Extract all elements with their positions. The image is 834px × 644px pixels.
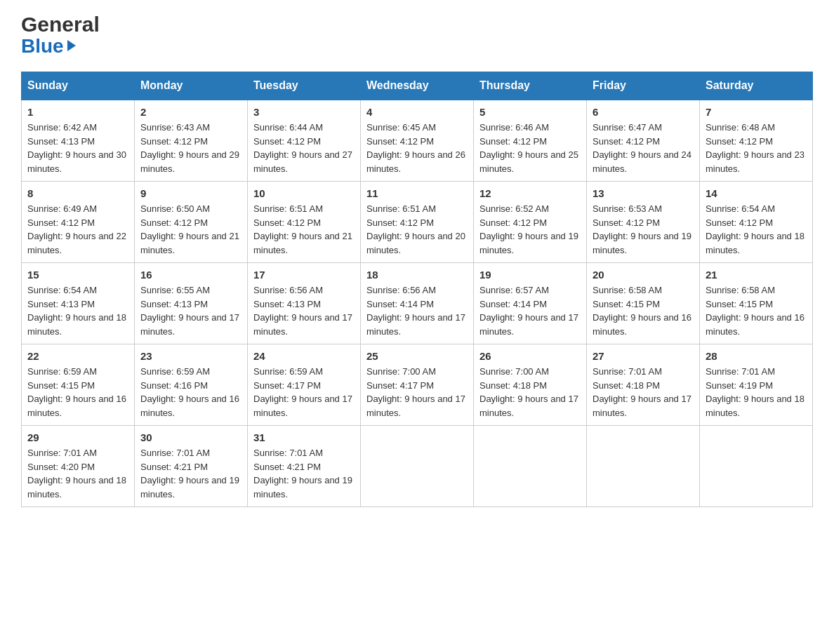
calendar-cell (587, 426, 700, 507)
calendar-body: 1 Sunrise: 6:42 AMSunset: 4:13 PMDayligh… (22, 100, 813, 507)
day-number: 17 (253, 269, 355, 281)
day-info: Sunrise: 6:56 AMSunset: 4:13 PMDaylight:… (253, 283, 355, 338)
calendar-header: SundayMondayTuesdayWednesdayThursdayFrid… (22, 72, 813, 100)
calendar-cell: 22 Sunrise: 6:59 AMSunset: 4:15 PMDaylig… (22, 344, 135, 426)
day-info: Sunrise: 6:59 AMSunset: 4:16 PMDaylight:… (140, 365, 241, 420)
page-header: General Blue (21, 14, 813, 58)
day-number: 24 (253, 350, 355, 362)
day-info: Sunrise: 6:52 AMSunset: 4:12 PMDaylight:… (479, 202, 581, 257)
calendar-cell (361, 426, 474, 507)
day-number: 7 (706, 106, 807, 118)
day-number: 21 (706, 269, 807, 281)
calendar-cell: 29 Sunrise: 7:01 AMSunset: 4:20 PMDaylig… (22, 426, 135, 507)
day-info: Sunrise: 6:54 AMSunset: 4:12 PMDaylight:… (706, 202, 807, 257)
calendar-cell: 18 Sunrise: 6:56 AMSunset: 4:14 PMDaylig… (361, 263, 474, 344)
day-info: Sunrise: 6:50 AMSunset: 4:12 PMDaylight:… (140, 202, 241, 257)
calendar-table: SundayMondayTuesdayWednesdayThursdayFrid… (21, 72, 813, 507)
calendar-cell: 15 Sunrise: 6:54 AMSunset: 4:13 PMDaylig… (22, 263, 135, 344)
day-number: 14 (706, 187, 807, 199)
day-info: Sunrise: 7:00 AMSunset: 4:17 PMDaylight:… (366, 365, 468, 420)
day-number: 18 (366, 269, 468, 281)
day-info: Sunrise: 7:01 AMSunset: 4:21 PMDaylight:… (253, 446, 355, 501)
calendar-cell: 28 Sunrise: 7:01 AMSunset: 4:19 PMDaylig… (700, 344, 813, 426)
calendar-cell: 5 Sunrise: 6:46 AMSunset: 4:12 PMDayligh… (474, 100, 587, 182)
calendar-cell: 2 Sunrise: 6:43 AMSunset: 4:12 PMDayligh… (135, 100, 248, 182)
day-number: 25 (366, 350, 468, 362)
weekday-header-saturday: Saturday (700, 72, 813, 100)
day-info: Sunrise: 6:49 AMSunset: 4:12 PMDaylight:… (27, 202, 128, 257)
day-info: Sunrise: 7:01 AMSunset: 4:20 PMDaylight:… (27, 446, 128, 501)
day-number: 26 (479, 350, 581, 362)
day-number: 28 (706, 350, 807, 362)
day-info: Sunrise: 6:56 AMSunset: 4:14 PMDaylight:… (366, 283, 468, 338)
calendar-cell: 4 Sunrise: 6:45 AMSunset: 4:12 PMDayligh… (361, 100, 474, 182)
calendar-cell: 20 Sunrise: 6:58 AMSunset: 4:15 PMDaylig… (587, 263, 700, 344)
day-info: Sunrise: 7:01 AMSunset: 4:21 PMDaylight:… (140, 446, 241, 501)
day-info: Sunrise: 6:59 AMSunset: 4:15 PMDaylight:… (27, 365, 128, 420)
day-number: 11 (366, 187, 468, 199)
day-number: 2 (140, 106, 241, 118)
day-number: 13 (593, 187, 694, 199)
weekday-header-wednesday: Wednesday (361, 72, 474, 100)
day-info: Sunrise: 6:58 AMSunset: 4:15 PMDaylight:… (706, 283, 807, 338)
weekday-header-row: SundayMondayTuesdayWednesdayThursdayFrid… (22, 72, 813, 100)
day-info: Sunrise: 6:43 AMSunset: 4:12 PMDaylight:… (140, 121, 241, 175)
calendar-cell: 14 Sunrise: 6:54 AMSunset: 4:12 PMDaylig… (700, 182, 813, 263)
day-info: Sunrise: 6:53 AMSunset: 4:12 PMDaylight:… (593, 202, 694, 257)
day-number: 19 (479, 269, 581, 281)
day-number: 31 (253, 431, 355, 443)
day-info: Sunrise: 7:01 AMSunset: 4:18 PMDaylight:… (593, 365, 694, 420)
weekday-header-tuesday: Tuesday (248, 72, 361, 100)
calendar-cell: 19 Sunrise: 6:57 AMSunset: 4:14 PMDaylig… (474, 263, 587, 344)
weekday-header-monday: Monday (135, 72, 248, 100)
calendar-cell: 24 Sunrise: 6:59 AMSunset: 4:17 PMDaylig… (248, 344, 361, 426)
day-info: Sunrise: 6:47 AMSunset: 4:12 PMDaylight:… (593, 121, 694, 175)
logo-general: General (21, 14, 100, 35)
day-info: Sunrise: 7:00 AMSunset: 4:18 PMDaylight:… (479, 365, 581, 420)
day-info: Sunrise: 6:46 AMSunset: 4:12 PMDaylight:… (479, 121, 581, 175)
calendar-cell: 12 Sunrise: 6:52 AMSunset: 4:12 PMDaylig… (474, 182, 587, 263)
calendar-cell: 23 Sunrise: 6:59 AMSunset: 4:16 PMDaylig… (135, 344, 248, 426)
calendar-cell: 6 Sunrise: 6:47 AMSunset: 4:12 PMDayligh… (587, 100, 700, 182)
calendar-cell: 27 Sunrise: 7:01 AMSunset: 4:18 PMDaylig… (587, 344, 700, 426)
calendar-cell: 21 Sunrise: 6:58 AMSunset: 4:15 PMDaylig… (700, 263, 813, 344)
calendar-cell: 11 Sunrise: 6:51 AMSunset: 4:12 PMDaylig… (361, 182, 474, 263)
logo: General Blue (21, 14, 100, 58)
calendar-cell: 31 Sunrise: 7:01 AMSunset: 4:21 PMDaylig… (248, 426, 361, 507)
calendar-week-row: 1 Sunrise: 6:42 AMSunset: 4:13 PMDayligh… (22, 100, 813, 182)
day-number: 22 (27, 350, 128, 362)
calendar-cell: 8 Sunrise: 6:49 AMSunset: 4:12 PMDayligh… (22, 182, 135, 263)
weekday-header-sunday: Sunday (22, 72, 135, 100)
calendar-cell: 1 Sunrise: 6:42 AMSunset: 4:13 PMDayligh… (22, 100, 135, 182)
calendar-cell: 16 Sunrise: 6:55 AMSunset: 4:13 PMDaylig… (135, 263, 248, 344)
day-info: Sunrise: 6:42 AMSunset: 4:13 PMDaylight:… (27, 121, 128, 175)
day-info: Sunrise: 6:45 AMSunset: 4:12 PMDaylight:… (366, 121, 468, 175)
day-number: 4 (366, 106, 468, 118)
day-number: 8 (27, 187, 128, 199)
day-number: 1 (27, 106, 128, 118)
day-info: Sunrise: 6:44 AMSunset: 4:12 PMDaylight:… (253, 121, 355, 175)
day-number: 29 (27, 431, 128, 443)
day-number: 15 (27, 269, 128, 281)
calendar-cell: 30 Sunrise: 7:01 AMSunset: 4:21 PMDaylig… (135, 426, 248, 507)
day-info: Sunrise: 6:58 AMSunset: 4:15 PMDaylight:… (593, 283, 694, 338)
calendar-week-row: 29 Sunrise: 7:01 AMSunset: 4:20 PMDaylig… (22, 426, 813, 507)
weekday-header-friday: Friday (587, 72, 700, 100)
day-info: Sunrise: 7:01 AMSunset: 4:19 PMDaylight:… (706, 365, 807, 420)
calendar-cell: 17 Sunrise: 6:56 AMSunset: 4:13 PMDaylig… (248, 263, 361, 344)
day-info: Sunrise: 6:55 AMSunset: 4:13 PMDaylight:… (140, 283, 241, 338)
day-info: Sunrise: 6:51 AMSunset: 4:12 PMDaylight:… (253, 202, 355, 257)
day-number: 12 (479, 187, 581, 199)
calendar-cell: 3 Sunrise: 6:44 AMSunset: 4:12 PMDayligh… (248, 100, 361, 182)
calendar-cell: 7 Sunrise: 6:48 AMSunset: 4:12 PMDayligh… (700, 100, 813, 182)
day-info: Sunrise: 6:48 AMSunset: 4:12 PMDaylight:… (706, 121, 807, 175)
day-number: 20 (593, 269, 694, 281)
day-number: 9 (140, 187, 241, 199)
calendar-cell: 9 Sunrise: 6:50 AMSunset: 4:12 PMDayligh… (135, 182, 248, 263)
logo-blue-text: Blue (21, 35, 64, 58)
day-number: 16 (140, 269, 241, 281)
calendar-cell (700, 426, 813, 507)
calendar-cell (474, 426, 587, 507)
logo-blue-row: Blue (21, 35, 100, 58)
day-info: Sunrise: 6:59 AMSunset: 4:17 PMDaylight:… (253, 365, 355, 420)
